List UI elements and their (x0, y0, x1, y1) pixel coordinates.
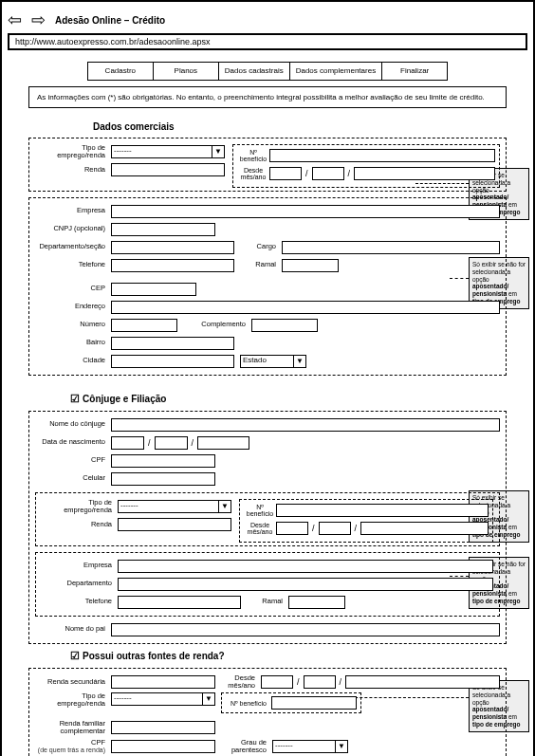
input-conj-empresa[interactable] (118, 560, 493, 573)
label-desde: Desde mês/ano (237, 167, 269, 180)
url-bar[interactable]: http://www.autoexpresso.com.br/adesaoonl… (8, 33, 527, 50)
label-conj-cpf: CPF (35, 456, 111, 464)
section-title-comerciais: Dados comerciais (93, 121, 524, 132)
label-conj-desde: Desde mês/ano (244, 522, 276, 535)
input-bairro[interactable] (111, 337, 234, 350)
label-depto: Departamento/seção (35, 243, 111, 250)
info-box: As informações com (*) são obrigatórias.… (28, 86, 507, 108)
label-nome-conjuge: Nome do cônjuge (35, 420, 111, 428)
label-conj-telefone: Telefone (42, 598, 118, 605)
section-title-outras[interactable]: Possui outras fontes de renda? (70, 650, 524, 662)
select-tipo-emprego[interactable]: ------- (111, 145, 225, 158)
input-conj-beneficio[interactable] (276, 504, 489, 517)
label-out-tipo: Tipo de emprego/renda (35, 692, 111, 709)
input-nasc-a[interactable] (197, 436, 249, 450)
input-numero[interactable] (111, 319, 177, 332)
input-empresa[interactable] (111, 205, 500, 218)
input-complemento[interactable] (251, 319, 318, 332)
input-out-beneficio[interactable] (271, 696, 357, 710)
label-cidade: Cidade (35, 357, 111, 364)
input-conj-desde-a[interactable] (319, 522, 351, 535)
select-estado[interactable]: Estado (240, 355, 306, 368)
input-ramal[interactable] (282, 259, 339, 272)
label-out-desde: Desde mês/ano (215, 674, 261, 691)
input-nome-conjuge[interactable] (111, 418, 500, 432)
label-empresa: Empresa (35, 207, 111, 214)
form-conjuge: Nome do cônjuge Data de nascimento / / C… (28, 411, 507, 644)
window-title: Adesão Online – Crédito (55, 15, 165, 26)
label-cep: CEP (35, 285, 111, 292)
label-conj-empresa: Empresa (42, 562, 118, 569)
input-desde-extra[interactable] (354, 167, 495, 180)
forward-button[interactable]: ⇨ (31, 9, 46, 30)
section-title-conjuge[interactable]: Cônjuge e Filiação (70, 393, 524, 405)
select-conj-tipo[interactable]: ------- (118, 500, 231, 513)
back-button[interactable]: ⇦ (8, 9, 22, 30)
input-cep[interactable] (111, 283, 196, 296)
tab-cadastro[interactable]: Cadastro (87, 62, 154, 81)
label-cnpj: CNPJ (opcional) (35, 225, 111, 232)
label-conj-celular: Celular (35, 474, 111, 482)
label-cargo: Cargo (234, 243, 282, 250)
input-desde-mes[interactable] (269, 167, 302, 180)
label-out-cpf: CPF (de quem trás a renda) (35, 739, 111, 755)
input-conj-ramal[interactable] (288, 596, 345, 609)
tab-finalizar[interactable]: Finalizar (381, 62, 448, 81)
tabs: Cadastro Planos Dados cadastrais Dados c… (11, 62, 524, 81)
tab-planos[interactable]: Planos (153, 62, 219, 81)
input-renda-familiar[interactable] (111, 721, 215, 734)
input-out-desde-m[interactable] (261, 675, 293, 689)
label-telefone: Telefone (35, 261, 111, 268)
label-renda-familiar: Renda familiar complementar (35, 720, 111, 736)
input-out-desde-x[interactable] (345, 675, 500, 689)
input-desde-ano[interactable] (312, 167, 344, 180)
input-conj-cpf[interactable] (111, 454, 215, 468)
input-conj-desde-x[interactable] (360, 522, 489, 535)
label-bairro: Bairro (35, 339, 111, 346)
input-nasc-m[interactable] (155, 436, 188, 450)
input-conj-depto[interactable] (118, 578, 493, 591)
label-conj-renda: Renda (42, 521, 118, 528)
input-nasc-d[interactable] (111, 436, 144, 450)
input-beneficio[interactable] (269, 149, 495, 162)
label-beneficio: Nº benefício (237, 149, 269, 162)
label-conj-tipo: Tipo de emprego/renda (42, 499, 118, 515)
label-endereco: Endereço (35, 303, 111, 310)
input-cidade[interactable] (111, 355, 234, 368)
label-conj-ramal: Ramal (241, 598, 288, 605)
input-conj-renda[interactable] (118, 518, 231, 531)
input-renda[interactable] (111, 163, 225, 176)
label-complemento: Complemento (177, 321, 251, 328)
input-depto[interactable] (111, 241, 234, 254)
label-renda: Renda (35, 166, 111, 174)
tab-dados-cadastrais[interactable]: Dados cadastrais (218, 62, 290, 81)
input-renda-secundaria[interactable] (111, 675, 215, 689)
input-out-desde-a[interactable] (304, 675, 336, 689)
input-telefone[interactable] (111, 259, 234, 272)
label-conj-depto: Departamento (42, 580, 118, 587)
form-outras: Renda secundária Desde mês/ano / / Tipo … (28, 668, 507, 756)
label-grau: Grau de parentesco (215, 739, 272, 755)
label-nascimento: Data de nascimento (35, 438, 111, 446)
input-cnpj[interactable] (111, 223, 215, 236)
select-out-tipo[interactable]: ------- (111, 692, 215, 706)
label-numero: Número (35, 321, 111, 328)
input-pai[interactable] (111, 623, 500, 636)
label-conj-beneficio: Nº benefício (244, 504, 276, 517)
label-out-beneficio: Nº benefício (226, 700, 271, 707)
input-cargo[interactable] (282, 241, 500, 254)
input-endereco[interactable] (111, 301, 500, 314)
form-comerciais: Tipo de emprego/renda ------- Renda Nº b… (28, 138, 507, 376)
tab-dados-complementares[interactable]: Dados complementares (289, 62, 382, 81)
label-pai: Nome do pai (35, 625, 111, 633)
select-grau[interactable]: ------- (272, 740, 348, 753)
label-renda-secundaria: Renda secundária (35, 678, 111, 686)
input-conj-celular[interactable] (111, 472, 215, 486)
input-conj-desde-m[interactable] (276, 522, 308, 535)
label-tipo-emprego: Tipo de emprego/renda (35, 144, 111, 160)
input-conj-telefone[interactable] (118, 596, 241, 609)
input-out-cpf[interactable] (111, 740, 215, 753)
label-ramal: Ramal (234, 261, 282, 268)
